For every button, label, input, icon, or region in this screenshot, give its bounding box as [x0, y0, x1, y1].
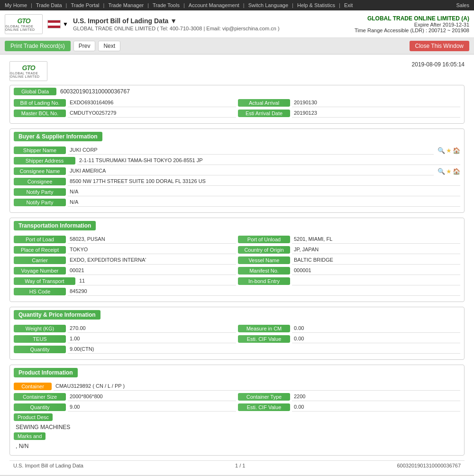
- transportation-title: Transportation Information: [14, 221, 96, 230]
- shipper-home-icon[interactable]: 🏠: [453, 147, 460, 154]
- way-transport-pair: Way of Transport 11: [14, 277, 236, 285]
- gto-logo-text: GTO: [17, 17, 30, 25]
- country-origin-value: JP, JAPAN: [292, 246, 460, 254]
- country-origin-pair: Country of Origin JP, JAPAN: [238, 246, 460, 254]
- carrier-value: EXDO, EXPEDITORS INTERNA': [68, 256, 236, 265]
- nav-exit[interactable]: Exit: [341, 2, 356, 8]
- container-size-type-row: Container Size 2000*806*800 Container Ty…: [14, 393, 460, 401]
- teus-value: 1.00: [68, 335, 236, 343]
- consignee-name-row: Consignee Name JUKI AMERICA 🔍 ★ 🏠: [14, 167, 460, 175]
- product-qty-pair: Quantity 9.00: [14, 403, 236, 412]
- notify-party-label-2: Notify Party: [14, 199, 66, 206]
- card-logo-text: GTO: [22, 64, 35, 72]
- product-desc-value: SEWING MACHINES: [14, 423, 460, 432]
- port-unload-pair: Port of Unload 5201, MIAMI, FL: [238, 235, 460, 244]
- port-load-pair: Port of Load 58023, PUSAN: [14, 235, 236, 244]
- nav-trade-manager[interactable]: Trade Manager: [105, 2, 146, 8]
- consignee-search-icon[interactable]: 🔍: [438, 168, 445, 175]
- us-flag-icon: [47, 20, 61, 28]
- port-row: Port of Load 58023, PUSAN Port of Unload…: [14, 235, 460, 244]
- teus-pair: TEUS 1.00: [14, 335, 236, 343]
- nav-switch-language[interactable]: Switch Language: [246, 2, 291, 8]
- shipper-name-pair: Shipper Name JUKI CORP: [14, 146, 434, 155]
- consignee-row: Consignee 8500 NW 17TH STREET SUITE 100 …: [14, 177, 460, 186]
- consignee-icons: 🔍 ★ 🏠: [438, 168, 460, 175]
- card-logo-subtitle: GLOBAL TRADE ONLINE LIMITED: [10, 72, 47, 78]
- nav-help-statistics[interactable]: Help & Statistics: [294, 2, 338, 8]
- shipper-address-value: 2-1-11 TSURUMAKI TAMA-SHI TOKYO 206-8551…: [77, 156, 460, 165]
- voyage-manifest-row: Voyage Number 00021 Manifest No. 000001: [14, 266, 460, 275]
- transport-bond-row: Way of Transport 11 In-bond Entry: [14, 277, 460, 285]
- notify-party-label-1: Notify Party: [14, 188, 66, 196]
- nav-trade-data[interactable]: Trade Data: [33, 2, 65, 8]
- nav-my-home[interactable]: My Home: [2, 2, 30, 8]
- global-data-row: Global Data 6003201901310000036767: [14, 87, 460, 96]
- esti-arrival-value: 20190123: [292, 109, 460, 118]
- nav-trade-portal[interactable]: Trade Portal: [68, 2, 102, 8]
- shipper-name-value: JUKI CORP: [68, 146, 434, 155]
- product-desc-area: Product Desc SEWING MACHINES: [14, 413, 460, 432]
- carrier-pair: Carrier EXDO, EXPEDITORS INTERNA': [14, 256, 236, 265]
- quantity-row: Quantity 9.00(CTN): [14, 345, 460, 354]
- consignee-label: Consignee: [14, 178, 66, 185]
- weight-pair: Weight (KG) 270.00: [14, 324, 236, 333]
- esti-arrival-pair: Esti Arrival Date 20190123: [238, 109, 460, 118]
- receipt-origin-row: Place of Receipt TOKYO Country of Origin…: [14, 246, 460, 254]
- notify-party-pair-2: Notify Party N/A: [14, 198, 460, 207]
- shipper-address-pair: Shipper Address 2-1-11 TSURUMAKI TAMA-SH…: [14, 156, 460, 165]
- buyer-supplier-card: Buyer & Supplier Information Shipper Nam…: [9, 128, 465, 213]
- consignee-name-value: JUKI AMERICA: [68, 167, 434, 175]
- nav-account-management[interactable]: Account Management: [186, 2, 242, 8]
- measure-pair: Measure in CM 0.00: [238, 324, 460, 333]
- shipper-search-icon[interactable]: 🔍: [438, 147, 445, 154]
- print-button-top[interactable]: Print Trade Record(s): [5, 41, 71, 51]
- consignee-home-icon[interactable]: 🏠: [453, 168, 460, 175]
- hs-code-pair: HS Code 845290: [14, 287, 460, 296]
- manifest-value: 000001: [292, 266, 460, 275]
- voyage-pair: Voyage Number 00021: [14, 266, 236, 275]
- container-value: CMAU3129892 ( CN / L / PP ): [54, 382, 460, 391]
- consignee-pair: Consignee 8500 NW 17TH STREET SUITE 100 …: [14, 177, 460, 186]
- buyer-supplier-section: Shipper Name JUKI CORP 🔍 ★ 🏠 Shipper Add…: [10, 144, 464, 212]
- consignee-star-icon[interactable]: ★: [446, 168, 452, 175]
- voyage-label: Voyage Number: [14, 267, 66, 275]
- bol-pair: Bill of Lading No. EXDO6930164096: [14, 99, 236, 107]
- container-size-value: 2000*806*800: [68, 393, 236, 401]
- footer-record-id: 6003201901310000036767: [397, 463, 461, 468]
- vessel-pair: Vessel Name BALTIC BRIDGE: [238, 256, 460, 265]
- esti-cif-pair: Esti. CIF Value 0.00: [238, 335, 460, 343]
- product-title: Product Information: [14, 368, 78, 377]
- way-transport-label: Way of Transport: [14, 277, 75, 285]
- gto-logo-subtitle: GLOBAL TRADE ONLINE LIMITED: [5, 25, 42, 31]
- shipper-star-icon[interactable]: ★: [446, 147, 452, 154]
- nav-sales[interactable]: Sales: [453, 2, 472, 8]
- carrier-label: Carrier: [14, 256, 66, 264]
- quantity-price-title: Quantity & Price Information: [14, 310, 100, 320]
- bol-label: Bill of Lading No.: [14, 99, 66, 107]
- esti-cif-label: Esti. CIF Value: [238, 335, 290, 343]
- notify-party-pair-1: Notify Party N/A: [14, 188, 460, 196]
- shipper-address-row: Shipper Address 2-1-11 TSURUMAKI TAMA-SH…: [14, 156, 460, 165]
- close-button-top[interactable]: Close This Window: [410, 41, 469, 51]
- product-qty-cif-row: Quantity 9.00 Esti. CIF Value 0.00: [14, 403, 460, 412]
- basic-info-card: Global Data 6003201901310000036767 Bill …: [9, 85, 465, 124]
- way-transport-value: 11: [77, 277, 236, 285]
- shipper-name-row: Shipper Name JUKI CORP 🔍 ★ 🏠: [14, 146, 460, 155]
- quantity-price-card: Quantity & Price Information Weight (KG)…: [9, 307, 465, 360]
- prev-button-top[interactable]: Prev: [73, 41, 96, 51]
- in-bond-pair: In-bond Entry: [238, 277, 460, 285]
- actual-arrival-pair: Actual Arrival 20190130: [238, 99, 460, 107]
- nav-trade-tools[interactable]: Trade Tools: [150, 2, 182, 8]
- in-bond-value: [292, 277, 460, 285]
- next-button-top[interactable]: Next: [98, 41, 120, 51]
- hs-code-label: HS Code: [14, 288, 66, 295]
- master-bol-row: Master BOL No. CMDUTYO0257279 Esti Arriv…: [14, 109, 460, 118]
- container-label: Container: [14, 383, 52, 390]
- notify-party-row-1: Notify Party N/A: [14, 188, 460, 196]
- product-desc-label: Product Desc: [14, 413, 53, 421]
- consignee-name-pair: Consignee Name JUKI AMERICA: [14, 167, 434, 175]
- top-action-bar: Print Trade Record(s) Prev Next Close Th…: [0, 38, 474, 55]
- footer-record-page: 1 / 1: [235, 463, 245, 468]
- hs-code-value: 845290: [68, 287, 460, 296]
- header-right-info: GLOBAL TRADE ONLINE LIMITED (A) Expire A…: [355, 15, 469, 33]
